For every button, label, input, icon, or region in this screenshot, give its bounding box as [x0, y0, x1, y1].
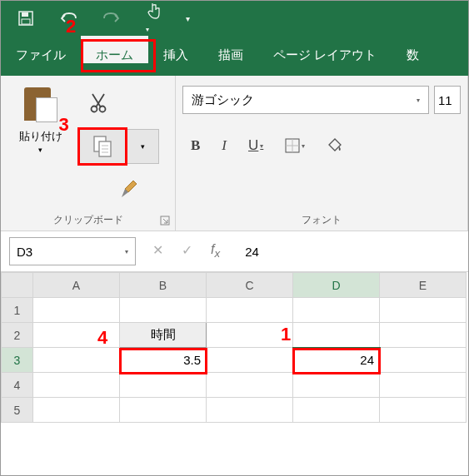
- scissors-icon: [89, 92, 107, 114]
- tab-formulas[interactable]: 数: [392, 36, 434, 76]
- italic-button[interactable]: I: [222, 137, 227, 154]
- cell-e4[interactable]: [380, 373, 467, 398]
- grid: A B C D E 1 2 時間 3 3.5 24: [1, 272, 467, 423]
- cell-c4[interactable]: [207, 373, 293, 398]
- font-size-value: 11: [438, 93, 452, 107]
- font-group: 游ゴシック ▾ 11 B I U▾ ▾ フォント: [176, 76, 468, 231]
- cell-b2[interactable]: 時間: [120, 323, 207, 348]
- col-header-b[interactable]: B: [120, 273, 207, 298]
- tab-insert[interactable]: 挿入: [148, 36, 203, 76]
- col-header-a[interactable]: A: [33, 273, 120, 298]
- bold-button[interactable]: B: [191, 137, 200, 154]
- ribbon: 貼り付け ▾ ▾ 3: [1, 76, 468, 231]
- clipboard-group: 貼り付け ▾ ▾ 3: [1, 76, 176, 231]
- cell-b5[interactable]: [120, 398, 207, 423]
- cell-b3[interactable]: 3.5: [120, 348, 207, 373]
- clipboard-launcher-icon[interactable]: [160, 216, 170, 226]
- row-header-1[interactable]: 1: [2, 298, 33, 323]
- row-header-5[interactable]: 5: [2, 398, 33, 423]
- row-header-2[interactable]: 2: [2, 323, 33, 348]
- quick-access-toolbar: ▾ ▾: [1, 1, 468, 36]
- paste-dropdown-icon[interactable]: ▾: [38, 146, 42, 154]
- brush-icon: [118, 179, 140, 201]
- select-all-corner[interactable]: [2, 273, 33, 298]
- worksheet: A B C D E 1 2 時間 3 3.5 24: [1, 272, 468, 423]
- formula-bar: D3 ▾ ✕ ✓ fx 24: [1, 231, 468, 272]
- undo-icon[interactable]: [59, 11, 77, 26]
- cell-d4[interactable]: [293, 373, 380, 398]
- cell-d3[interactable]: 24: [293, 348, 380, 373]
- cell-e5[interactable]: [380, 398, 467, 423]
- cell-a4[interactable]: [33, 373, 120, 398]
- font-name-select[interactable]: 游ゴシック ▾: [182, 86, 429, 114]
- tab-pagelayout[interactable]: ページ レイアウト: [258, 36, 392, 76]
- bucket-icon: [327, 138, 343, 153]
- enter-icon[interactable]: ✓: [182, 242, 192, 260]
- col-header-c[interactable]: C: [207, 273, 293, 298]
- fill-color-button[interactable]: [327, 138, 343, 153]
- cell-e3[interactable]: [380, 348, 467, 373]
- font-group-label: フォント: [176, 213, 467, 227]
- copy-icon: [92, 135, 114, 158]
- underline-button[interactable]: U▾: [248, 137, 263, 154]
- paste-button[interactable]: 貼り付け ▾: [6, 82, 76, 207]
- cell-b4[interactable]: [120, 373, 207, 398]
- ribbon-tabs: ファイル ホーム 2 挿入 描画 ページ レイアウト 数: [1, 36, 468, 76]
- cell-a3[interactable]: [33, 348, 120, 373]
- fx-icon[interactable]: fx: [211, 242, 220, 260]
- formula-input[interactable]: 24: [228, 245, 259, 259]
- borders-button[interactable]: ▾: [285, 138, 305, 153]
- cell-a2[interactable]: [33, 323, 120, 348]
- font-size-select[interactable]: 11: [434, 86, 461, 114]
- copy-button[interactable]: ▾: [79, 129, 159, 164]
- row-header-3[interactable]: 3: [2, 348, 33, 373]
- cell-a1[interactable]: [33, 298, 120, 323]
- cell-c5[interactable]: [207, 398, 293, 423]
- cell-b1[interactable]: [120, 298, 207, 323]
- font-name-value: 游ゴシック: [192, 92, 254, 108]
- cell-d5[interactable]: [293, 398, 380, 423]
- chevron-down-icon: ▾: [125, 248, 128, 255]
- cell-d1[interactable]: [293, 298, 380, 323]
- chevron-down-icon: ▾: [417, 97, 420, 104]
- copy-dropdown[interactable]: ▾: [127, 130, 158, 163]
- col-header-d[interactable]: D: [293, 273, 380, 298]
- paste-label: 貼り付け: [19, 129, 62, 144]
- touch-mode-icon[interactable]: ▾: [146, 2, 161, 35]
- cell-c1[interactable]: [207, 298, 293, 323]
- redo-icon: [102, 11, 121, 26]
- svg-rect-2: [22, 19, 30, 24]
- svg-point-4: [99, 107, 105, 112]
- tab-draw[interactable]: 描画: [203, 36, 258, 76]
- cut-button[interactable]: [79, 86, 170, 121]
- paste-icon: [24, 86, 57, 124]
- cell-e1[interactable]: [380, 298, 467, 323]
- cell-d2[interactable]: [293, 323, 380, 348]
- svg-rect-1: [22, 12, 28, 17]
- name-box-value: D3: [17, 245, 32, 259]
- borders-icon: [285, 138, 300, 153]
- format-painter-button[interactable]: [79, 172, 170, 207]
- cell-e2[interactable]: [380, 323, 467, 348]
- svg-point-3: [91, 107, 97, 112]
- cell-c3[interactable]: [207, 348, 293, 373]
- cancel-icon[interactable]: ✕: [152, 242, 163, 260]
- name-box[interactable]: D3 ▾: [9, 237, 136, 265]
- clipboard-group-label: クリップボード: [1, 213, 175, 227]
- customize-qat-icon[interactable]: ▾: [186, 14, 190, 23]
- save-icon[interactable]: [17, 10, 34, 27]
- tab-file[interactable]: ファイル: [1, 36, 81, 76]
- cell-c2[interactable]: [207, 323, 293, 348]
- tab-home[interactable]: ホーム: [81, 36, 148, 63]
- col-header-e[interactable]: E: [380, 273, 467, 298]
- cell-a5[interactable]: [33, 398, 120, 423]
- row-header-4[interactable]: 4: [2, 373, 33, 398]
